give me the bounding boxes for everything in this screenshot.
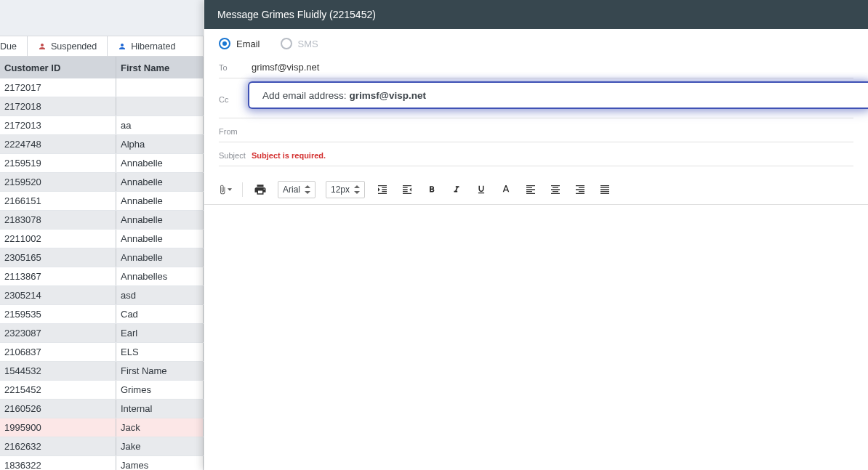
table-row[interactable]: 2162632Jake [0,437,204,456]
mode-sms-radio[interactable]: SMS [281,38,318,49]
table-row[interactable]: 2211002Annabelle [0,230,204,248]
to-input[interactable] [252,62,853,73]
table-row[interactable]: 1544532First Name [0,362,204,381]
font-size-select[interactable]: 12px [326,181,365,198]
column-header-customer-id[interactable]: Customer ID [0,57,116,78]
cell-first-name: Alpha [116,135,204,153]
cell-first-name: Annabelle [116,192,204,210]
table-row[interactable]: 2183078Annabelle [0,211,204,230]
table-row[interactable]: 2106837ELS [0,343,204,362]
table-row[interactable]: 2172013aa [0,116,204,135]
cell-customer-id: 2323087 [0,324,116,342]
compose-title: Message Grimes Fluidly (2215452) [217,9,376,20]
table-row[interactable]: 2159520Annabelle [0,173,204,192]
table-header-row: Customer ID First Name [0,57,204,78]
indent-decrease-button[interactable] [375,182,390,197]
customer-table-pane: Due Suspended Hibernated Customer ID Fir… [0,0,204,470]
underline-button[interactable] [474,182,489,197]
font-color-icon [500,184,512,195]
align-right-icon [574,184,586,195]
bold-button[interactable] [425,182,439,197]
cell-first-name: Annabelle [116,211,204,229]
radio-unselected-icon [281,38,292,49]
hibernated-person-icon [118,42,126,51]
align-justify-button[interactable] [598,182,612,197]
cc-label: Cc [219,95,252,104]
table-row[interactable]: 2215452Grimes [0,381,204,400]
suggestion-email: grimsf@visp.net [350,90,426,101]
table-row[interactable]: 2160526Internal [0,400,204,418]
from-input[interactable] [252,126,853,137]
paperclip-icon [217,183,228,196]
cell-first-name [116,97,204,116]
compose-title-bar: Message Grimes Fluidly (2215452) [204,0,868,29]
caret-up-down-icon [354,185,360,194]
cell-customer-id: 2215452 [0,381,116,399]
subject-label: Subject [219,151,252,160]
compose-panel: Message Grimes Fluidly (2215452) Email S… [204,0,868,470]
cell-first-name: First Name [116,362,204,380]
table-row[interactable]: 2159535Cad [0,305,204,324]
caret-down-icon [228,187,232,193]
table-row[interactable]: 2172018 [0,97,204,116]
cell-customer-id: 2172013 [0,116,116,134]
print-button[interactable] [253,182,268,197]
filter-hibernated-label: Hibernated [131,41,175,52]
table-row[interactable]: 2305214asd [0,286,204,305]
suggestion-prefix: Add email address: [262,90,347,101]
caret-up-down-icon [305,185,310,194]
italic-button[interactable] [449,182,464,197]
to-label: To [219,63,252,72]
table-row[interactable]: 2172017 [0,78,204,97]
table-row[interactable]: 2113867Annabelles [0,267,204,286]
table-row[interactable]: 1836322James [0,456,204,470]
from-field-row: From [219,121,853,142]
align-left-button[interactable] [523,182,538,197]
font-color-button[interactable] [499,182,513,197]
message-mode-row: Email SMS [204,29,868,57]
filter-tab-suspended[interactable]: Suspended [28,36,108,57]
table-row[interactable]: 1995900Jack [0,418,204,437]
mode-email-radio[interactable]: Email [219,38,260,49]
cell-customer-id: 2172017 [0,78,116,97]
subject-error-text: Subject is required. [252,151,326,160]
from-label: From [219,127,252,136]
cell-first-name: Internal [116,400,204,418]
cell-customer-id: 2113867 [0,267,116,285]
align-right-button[interactable] [573,182,587,197]
cell-first-name: Earl [116,324,204,342]
cell-first-name: ELS [116,343,204,361]
table-row[interactable]: 2159519Annabelle [0,154,204,173]
table-row[interactable]: 2323087Earl [0,324,204,343]
cell-customer-id: 1995900 [0,418,116,437]
table-row[interactable]: 2305165Annabelle [0,248,204,267]
cell-first-name: Annabelle [116,230,204,248]
cell-customer-id: 2305214 [0,286,116,304]
indent-increase-button[interactable] [400,182,414,197]
filter-due-label: Due [0,41,17,52]
editor-body[interactable] [204,205,868,423]
cell-customer-id: 2224748 [0,135,116,153]
radio-selected-icon [219,38,230,49]
filter-tabs: Due Suspended Hibernated [0,36,204,57]
cell-customer-id: 2211002 [0,230,116,248]
cell-customer-id: 2106837 [0,343,116,361]
cell-customer-id: 1836322 [0,456,116,470]
table-row[interactable]: 2224748Alpha [0,135,204,154]
mode-sms-label: SMS [298,39,318,49]
font-family-select[interactable]: Arial [278,181,316,198]
filter-tab-hibernated[interactable]: Hibernated [108,36,204,57]
table-row[interactable]: 2166151Annabelle [0,192,204,211]
table-body: 217201721720182172013aa2224748Alpha21595… [0,78,204,470]
attachment-button[interactable] [217,182,232,197]
align-justify-icon [599,184,611,195]
column-header-first-name[interactable]: First Name [116,57,204,78]
cell-first-name: James [116,456,204,470]
email-autocomplete-suggestion[interactable]: Add email address: grimsf@visp.net [248,81,868,109]
align-center-button[interactable] [548,182,563,197]
font-family-value: Arial [283,185,300,195]
suspended-person-icon [38,42,47,51]
subject-field-row: Subject Subject is required. [219,145,853,166]
filter-tab-due[interactable]: Due [0,36,28,57]
mode-email-label: Email [236,39,260,49]
